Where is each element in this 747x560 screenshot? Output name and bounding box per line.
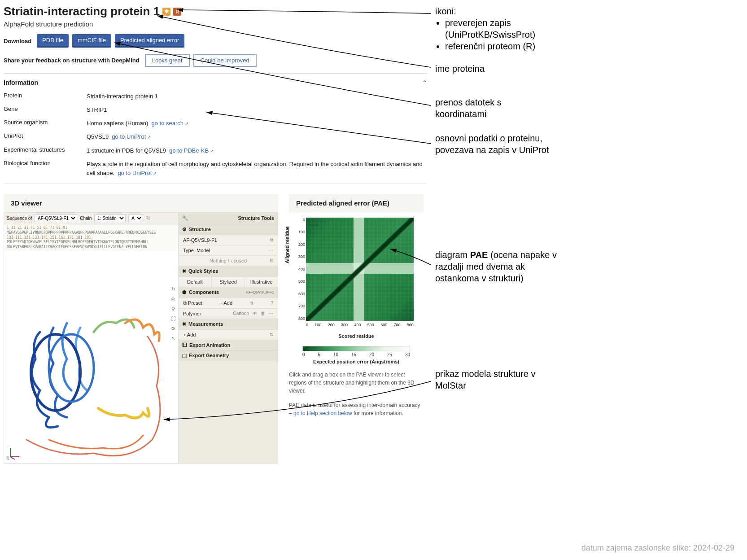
feedback-great-button[interactable]: Looks great (145, 54, 190, 67)
components-controls: ⧉ Preset + Add ⇅ ? (179, 298, 278, 308)
settings-icon[interactable]: ⚙ (170, 326, 176, 332)
info-val-gene: STRIP1 (87, 105, 427, 114)
styles-icon: ✖ (182, 268, 186, 274)
go-to-uniprot-link[interactable]: go to UniProt (112, 133, 151, 140)
help-icon[interactable]: ?⃝ (6, 215, 10, 220)
page-title: Striatin-interacting protein 1 ✱ R (4, 4, 427, 18)
pae-legend-label: Expected position error (Ångströms) (289, 359, 424, 364)
entity-select[interactable]: 1: Striatin-int… (94, 214, 126, 222)
viewer-settings-icon[interactable]: ⇅ (6, 455, 10, 461)
visibility-icon[interactable]: 👁 (253, 311, 257, 316)
info-val-organism: Homo sapiens (Human) go to search (87, 119, 427, 128)
measure-options-icon[interactable]: ⇅ (270, 332, 273, 337)
chain-select[interactable]: A (128, 214, 143, 222)
pae-title: Predicted aligned error (PAE) (289, 194, 424, 212)
download-mmcif-button[interactable]: mmCIF file (72, 34, 111, 48)
annot-osnovni: osnovni podatki o proteinu, povezava na … (435, 132, 561, 156)
film-icon: 🎞 (182, 342, 187, 348)
annot-ime: ime proteina (435, 63, 485, 74)
style-illustrative-button[interactable]: Illustrative (245, 276, 278, 287)
info-key-gene: Gene (4, 105, 87, 114)
pae-legend-bar (302, 346, 410, 351)
download-row: Download PDB file mmCIF file Predicted a… (4, 34, 427, 48)
info-key-protein: Protein (4, 92, 87, 101)
sequence-bar: Sequence of AF-Q5VSL9-F1 Chain 1: Striat… (4, 213, 178, 224)
info-val-exp: 1 structure in PDB for Q5VSL9 go to PDBe… (87, 146, 427, 155)
pae-legend-ticks: 051015202530 (302, 352, 410, 357)
cursor-icon[interactable]: ↖ (170, 336, 176, 342)
structure-tools-panel: 🔧Structure Tools ⚙Structure AF-Q5VSL9-F1… (178, 213, 278, 463)
components-icon: ⬢ (182, 289, 187, 295)
info-key-uniprot: UniProt (4, 132, 87, 141)
pae-ylabel: Aligned residue (284, 226, 290, 263)
add-component-button[interactable]: + Add (220, 300, 232, 306)
info-val-uniprot: Q5VSL9 go to UniProt (87, 132, 427, 141)
pae-help-2: PAE data is useful for assessing inter-d… (289, 401, 424, 417)
info-key-bio: Biological function (4, 160, 87, 178)
info-key-exp: Experimental structures (4, 146, 87, 155)
info-val-bio: Plays a role in the regulation of cell m… (87, 160, 427, 178)
go-to-pdbe-link[interactable]: go to PDBe-KB (169, 147, 214, 154)
info-key-organism: Source organism (4, 119, 87, 128)
pae-help-link[interactable]: go to Help section below (293, 410, 352, 416)
feedback-row: Share your feedback on structure with De… (4, 54, 427, 67)
info-val-protein: Striatin-interacting protein 1 (87, 92, 427, 101)
seq-help-icon[interactable]: ?⃝ (146, 216, 150, 221)
polymer-row[interactable]: PolymerCartoon👁🗑⋯ (179, 308, 278, 319)
tool-icon-3[interactable]: ⚲ (170, 306, 176, 312)
3d-viewer-title: 3D viewer (4, 194, 278, 212)
cube-icon: ⬚ (182, 353, 187, 359)
footer-date: datum zajema zaslonske slike: 2024-02-29 (581, 543, 734, 553)
target-icon[interactable]: ◎ (170, 296, 176, 302)
style-stylized-button[interactable]: Stylized (212, 276, 245, 287)
molstar-canvas[interactable]: ↻ ◎ ⚲ ⛶ ⚙ ↖ (4, 251, 178, 463)
sequence-select[interactable]: AF-Q5VSL9-F1 (35, 214, 77, 222)
protein-name: Striatin-interacting protein 1 (4, 4, 160, 18)
focus-icon[interactable]: ⊡ (270, 258, 273, 263)
download-pdb-button[interactable]: PDB file (37, 34, 69, 48)
structure-type-row: Type Model⋯ (179, 245, 278, 255)
more-polymer-icon[interactable]: ⋯ (269, 311, 273, 316)
help-mini-icon[interactable]: ? (271, 301, 273, 306)
swissprot-icon: ✱ (162, 8, 170, 16)
more-icon[interactable]: ⋯ (269, 248, 273, 253)
reset-icon[interactable]: ↻ (170, 286, 176, 293)
export-animation-button[interactable]: 🎞Export Animation (179, 340, 278, 350)
copy-icon[interactable]: ⧉ (270, 237, 273, 243)
ref-proteome-icon: R (173, 8, 181, 16)
structure-id-row[interactable]: AF-Q5VSL9-F1⧉ (179, 235, 278, 245)
wrench-icon: 🔧 (182, 215, 188, 221)
sequence-text: 1 11 21 31 41 51 61 71 81 91 MEPAVGGPGPL… (4, 224, 178, 251)
pae-x-ticks: 0100200300400500600700800 (306, 323, 414, 327)
pae-help-1: Click and drag a box on the PAE viewer t… (289, 371, 424, 395)
style-default-button[interactable]: Default (179, 276, 212, 287)
go-to-uniprot-bio-link[interactable]: go to UniProt (118, 170, 157, 176)
options-icon[interactable]: ⇅ (250, 301, 253, 306)
pae-y-ticks: 0100200300400500600700800 (296, 218, 305, 321)
info-title: Information (4, 79, 38, 86)
subtitle: AlphaFold structure prediction (4, 20, 427, 28)
gear-icon[interactable]: ⚙ (182, 227, 187, 232)
add-measurement-button[interactable]: + Add⇅ (179, 329, 278, 340)
annot-ikoni: ikoni: preverejen zapis (UniProtKB/Swiss… (435, 5, 579, 52)
feedback-improve-button[interactable]: Could be improved (193, 54, 257, 67)
export-geometry-button[interactable]: ⬚Export Geometry (179, 350, 278, 361)
download-pae-button[interactable]: Predicted aligned error (115, 34, 185, 48)
measure-icon: ✖ (182, 321, 186, 327)
download-label: Download (4, 38, 31, 44)
pae-plot[interactable]: Aligned residue 010020030040050060070080… (289, 216, 418, 332)
pae-panel: Predicted aligned error (PAE) Aligned re… (289, 194, 424, 464)
delete-icon[interactable]: 🗑 (261, 311, 265, 316)
annot-prenos: prenos datotek s koordinatami (435, 96, 552, 120)
collapse-icon[interactable]: ⌃ (422, 79, 427, 86)
annot-molstar: prikaz modela strukture v MolStar (435, 368, 552, 391)
pae-heatmap[interactable] (306, 218, 414, 321)
preset-button[interactable]: ⧉ Preset (183, 300, 202, 306)
nothing-focused-row: Nothing Focused⊡ (179, 255, 278, 266)
information-section: Information ⌃ ProteinStriatin-interactin… (4, 73, 427, 184)
go-to-search-link[interactable]: go to search (152, 120, 188, 127)
pae-xlabel: Scored residue (289, 333, 424, 339)
expand-icon[interactable]: ⛶ (170, 316, 176, 322)
feedback-label: Share your feedback on structure with De… (4, 57, 140, 64)
3d-viewer-panel: 3D viewer ?⃝ Sequence of AF-Q5VSL9-F1 Ch… (4, 194, 278, 464)
